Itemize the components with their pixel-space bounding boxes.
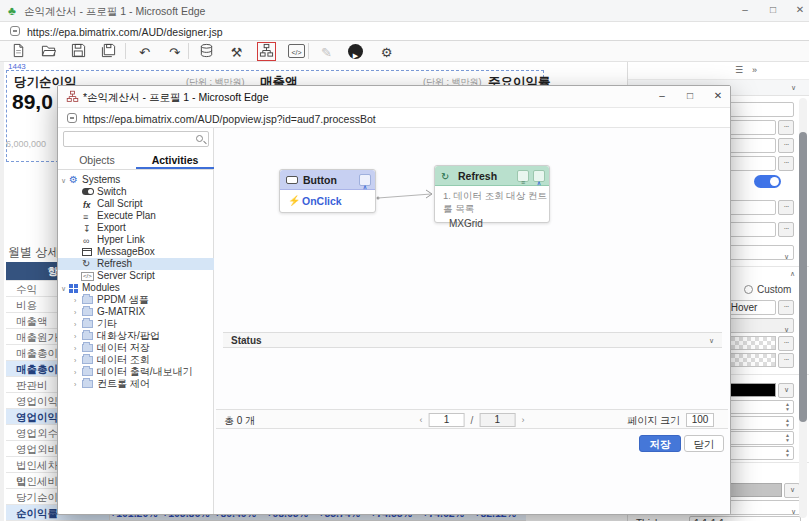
- dropdown-button[interactable]: ∨: [778, 383, 794, 398]
- browser-urlbar: https://epa.bimatrix.com/AUD/designer.js…: [0, 22, 809, 41]
- save-button[interactable]: 저장: [639, 435, 681, 452]
- ellipsis-button[interactable]: ···: [778, 200, 794, 215]
- tree-folder-데이터 저장[interactable]: ›데이터 저장: [58, 342, 214, 354]
- collapse-node-button[interactable]: ∧: [533, 170, 545, 182]
- collapse-panel-icon[interactable]: »: [752, 65, 757, 75]
- close-dialog-button[interactable]: 닫기: [684, 435, 724, 452]
- gear-icon: ⚙: [69, 175, 78, 185]
- folder-icon: [82, 380, 93, 388]
- tree-folder-데이터 조회[interactable]: ›데이터 조회: [58, 354, 214, 366]
- close-button[interactable]: ✕: [793, 4, 807, 15]
- ellipsis-button[interactable]: ···: [778, 138, 794, 153]
- messagebox-icon: [82, 248, 92, 256]
- thickness-field[interactable]: 1 1 1 1: [689, 516, 801, 521]
- button-node-header[interactable]: Button ∧: [280, 170, 375, 190]
- run-icon[interactable]: ▶: [348, 44, 363, 59]
- page-size-input[interactable]: 100: [686, 413, 714, 427]
- tools-icon[interactable]: ⚒: [228, 43, 245, 60]
- tree-item-export[interactable]: ↧Export: [58, 222, 214, 234]
- tree-folder-기타[interactable]: ›기타: [58, 318, 214, 330]
- edit-icon[interactable]: ✎: [318, 43, 335, 60]
- tree-folder-G-MATRIX[interactable]: ›G-MATRIX: [58, 306, 214, 318]
- data-source-icon[interactable]: [198, 43, 215, 60]
- tree-item-hyper-link[interactable]: ∞Hyper Link: [58, 234, 214, 246]
- tree-root-systems[interactable]: ∨⚙Systems: [58, 174, 214, 186]
- maximize-button[interactable]: □: [766, 4, 780, 15]
- button-node[interactable]: Button ∧ ⚡ OnClick: [279, 169, 376, 213]
- ellipsis-button[interactable]: ···: [778, 300, 794, 315]
- visible-toggle[interactable]: [754, 175, 781, 188]
- node-menu-button[interactable]: ≡: [517, 170, 529, 182]
- tree-item-execute-plan[interactable]: ≡Execute Plan: [58, 210, 214, 222]
- dropdown-button[interactable]: ∨: [784, 483, 800, 498]
- tree-item-call-script[interactable]: fxCall Script: [58, 198, 214, 210]
- save-icon[interactable]: [70, 43, 87, 60]
- refresh-node[interactable]: ↻ Refresh ≡ ∧ 1. 데이터 조회 대상 컨트롤 목록 MXGrid: [434, 165, 550, 223]
- undo-icon[interactable]: ↶: [136, 43, 153, 60]
- dialog-close-button[interactable]: ✕: [711, 90, 725, 101]
- server-script-icon: </>: [81, 272, 94, 281]
- dialog-minimize-button[interactable]: –: [655, 90, 669, 101]
- tree-item-server-script[interactable]: </>Server Script: [58, 270, 214, 282]
- dialog-url-text[interactable]: https://epa.bimatrix.com/AUD/popview.jsp…: [83, 113, 376, 125]
- axis-label: 6,000,000: [6, 139, 46, 149]
- process-canvas[interactable]: Button ∧ ⚡ OnClick: [214, 128, 730, 514]
- panel-scrollbar-thumb[interactable]: [799, 132, 807, 422]
- open-folder-icon[interactable]: [40, 43, 57, 60]
- tree-folder-데이터 출력/내보내기[interactable]: ›데이터 출력/내보내기: [58, 366, 214, 378]
- ellipsis-button[interactable]: ···: [778, 120, 794, 135]
- border-color-swatch[interactable]: [725, 483, 782, 497]
- toggle-icon: [82, 188, 94, 195]
- page-input[interactable]: 1: [429, 413, 465, 427]
- refresh-node-header[interactable]: ↻ Refresh ≡ ∧: [435, 166, 549, 186]
- collapse-node-button[interactable]: ∧: [359, 174, 371, 186]
- status-header[interactable]: Status ∨: [223, 332, 722, 348]
- ellipsis-button[interactable]: ···: [778, 222, 794, 237]
- redo-icon[interactable]: ↷: [166, 43, 183, 60]
- folder-icon: [82, 344, 93, 352]
- status-panel: Status ∨: [223, 332, 722, 348]
- chevron-down-icon: ∨: [791, 84, 796, 92]
- custom-radio-label: Custom: [757, 284, 791, 295]
- chevron-down-icon: ∨: [709, 337, 714, 345]
- ellipsis-button[interactable]: ···: [778, 353, 794, 368]
- tree-item-switch[interactable]: Switch: [58, 186, 214, 198]
- dialog-urlbar: https://epa.bimatrix.com/AUD/popview.jsp…: [58, 108, 730, 128]
- ellipsis-button[interactable]: ···: [778, 156, 794, 171]
- activities-sidebar: ObjectsActivities ∨⚙SystemsSwitchfxCall …: [58, 128, 214, 514]
- tab-objects[interactable]: Objects: [58, 151, 136, 169]
- url-text[interactable]: https://epa.bimatrix.com/AUD/designer.js…: [27, 26, 223, 38]
- save-all-icon[interactable]: [100, 43, 117, 60]
- dialog-titlebar: *손익계산서 - 프로필 1 - Microsoft Edge – □ ✕: [58, 86, 730, 108]
- search-input[interactable]: [63, 131, 209, 147]
- custom-radio[interactable]: [744, 285, 753, 294]
- page-icon: [67, 113, 77, 123]
- minimize-button[interactable]: –: [738, 4, 752, 15]
- panel-utility-bar: ☰ »: [628, 62, 809, 80]
- process-icon: [66, 90, 79, 103]
- tab-activities[interactable]: Activities: [136, 151, 214, 169]
- chevron-right-icon: ›: [74, 379, 76, 391]
- toolbar-divider: [308, 43, 309, 59]
- tree-folder-PPDM 샘플[interactable]: ›PPDM 샘플: [58, 294, 214, 306]
- ellipsis-button[interactable]: ···: [778, 336, 794, 351]
- kpi-value: 89,0: [12, 90, 53, 114]
- folder-icon: [82, 368, 93, 376]
- tree-item-messagebox[interactable]: MessageBox: [58, 246, 214, 258]
- new-file-icon[interactable]: [10, 43, 27, 60]
- dialog-maximize-button[interactable]: □: [683, 90, 697, 101]
- tree-folder-컨트롤 제어[interactable]: ›컨트롤 제어: [58, 378, 214, 390]
- prev-page-button[interactable]: ‹: [420, 415, 423, 425]
- tree-root-modules[interactable]: ∨Modules: [58, 282, 214, 294]
- script-editor-icon[interactable]: </>: [288, 44, 305, 58]
- next-page-button[interactable]: ›: [521, 415, 524, 425]
- tree-item-refresh[interactable]: ↻Refresh: [58, 258, 214, 270]
- chevron-up-icon[interactable]: ∧: [790, 270, 795, 278]
- tree-folder-대화상자/팝업[interactable]: ›대화상자/팝업: [58, 330, 214, 342]
- screen: ♣ 손익계산서 - 프로필 1 - Microsoft Edge – □ ✕ h…: [0, 0, 809, 521]
- process-designer-icon[interactable]: [258, 43, 275, 60]
- left-gutter: [0, 62, 4, 521]
- settings-icon[interactable]: ⚙: [378, 43, 395, 60]
- menu-icon[interactable]: ☰: [735, 65, 743, 75]
- process-bot-dialog: *손익계산서 - 프로필 1 - Microsoft Edge – □ ✕ ht…: [57, 85, 731, 515]
